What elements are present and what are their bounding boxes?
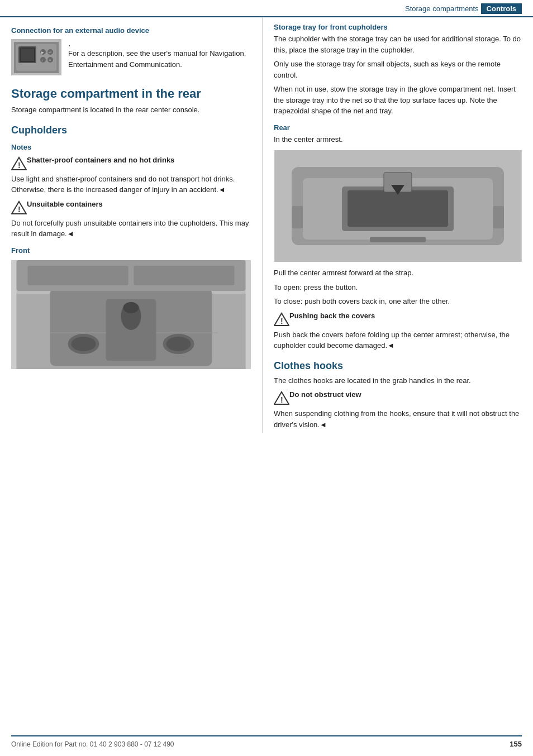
svg-text:✦: ✦ [49,59,51,62]
svg-rect-39 [292,206,303,228]
storage-tray-para2: Only use the storage tray for small obje… [274,59,522,80]
clothes-hooks-section: Clothes hooks The clothes hooks are loca… [274,360,522,430]
svg-text:!: ! [18,161,21,170]
rear-close: To close: push both covers back in, one … [274,296,522,307]
main-content: Connection for an external audio device [0,17,533,433]
storage-tray-para3: When not in use, stow the storage tray i… [274,84,522,117]
rear-body: In the center armrest. [274,134,522,145]
clothes-warning-body: When suspending clothing from the hooks,… [274,408,522,430]
clothes-hooks-title: Clothes hooks [274,360,522,372]
connection-dot: . [68,39,251,48]
clothes-warning-title: Do not obstruct view [289,390,361,399]
warning2-body: Do not forcefully push unsuitable contai… [11,218,251,240]
warning2-text: Unsuitable containers [27,200,103,208]
warning1-box: ! Shatter-proof containers and no hot dr… [11,156,251,171]
svg-text:⏎: ⏎ [49,51,51,54]
warning1-text: Shatter-proof containers and no hot drin… [27,156,174,164]
storage-body: Storage compartment is located in the re… [11,104,251,116]
front-title: Front [11,246,251,255]
svg-text:!: ! [280,395,283,404]
svg-rect-36 [348,190,448,227]
clothes-warning-box: ! Do not obstruct view [274,390,522,406]
footer-text: Online Edition for Part no. 01 40 2 903 … [11,740,174,748]
connection-svg: ▶ ⏎ ♪ ✦ [14,42,59,73]
clothes-hooks-body: The clothes hooks are located in the gra… [274,375,522,386]
svg-text:▶: ▶ [41,51,44,54]
right-column: Storage tray for front cupholders The cu… [263,17,522,433]
warning2-arrow: ◄ [67,229,74,238]
breadcrumb-section: Storage compartments [405,4,479,13]
warning2-icon: ! [11,200,27,216]
front-image [11,260,251,369]
warning1-icon: ! [11,156,27,171]
breadcrumb-active: Controls [481,3,522,14]
svg-point-26 [166,337,191,351]
footer-page: 155 [510,740,522,748]
footer: Online Edition for Part no. 01 40 2 903 … [11,735,522,748]
storage-title: Storage compartment in the rear [11,87,251,101]
clothes-warning-arrow: ◄ [320,420,327,429]
cupholders-section: Cupholders Notes ! Shatter-proof contain… [11,125,251,369]
rear-warning-box: ! Pushing back the covers [274,312,522,327]
svg-rect-4 [21,49,34,61]
connection-text-block: . For a description, see the user's manu… [68,39,251,70]
svg-rect-41 [370,237,426,242]
rear-section: Rear In the center armrest. [274,123,522,351]
storage-tray-section: Storage tray for front cupholders The cu… [274,23,522,117]
storage-tray-para1: The cupholder with the storage tray can … [274,34,522,55]
warning1-title: Shatter-proof containers and no hot drin… [27,156,174,164]
clothes-warning-text: Do not obstruct view [289,390,361,399]
warning1-body: Use light and shatter-proof containers a… [11,174,251,195]
svg-text:♪: ♪ [41,59,43,62]
svg-text:!: ! [18,205,21,214]
connection-section: Connection for an external audio device [11,26,251,75]
rear-open: To open: press the button. [274,282,522,293]
rear-warning-title: Pushing back the covers [289,312,375,320]
cupholders-title: Cupholders [11,125,251,136]
svg-rect-30 [28,266,129,285]
svg-point-22 [123,302,139,313]
page-header: Storage compartments Controls [0,0,533,17]
rear-warning-body: Push back the covers before folding up t… [274,329,522,351]
rear-image [274,150,522,262]
rear-pull: Pull the center armrest forward at the s… [274,267,522,279]
front-image-svg [11,260,251,369]
connection-image: ▶ ⏎ ♪ ✦ [11,39,61,75]
warning1-arrow: ◄ [218,185,226,194]
svg-rect-40 [493,206,504,228]
storage-section: Storage compartment in the rear Storage … [11,87,251,116]
warning2-box: ! Unsuitable containers [11,200,251,216]
connection-description: For a description, see the user's manual… [68,48,251,70]
connection-title: Connection for an external audio device [11,26,251,35]
clothes-warning-icon: ! [274,390,289,406]
rear-warning-arrow: ◄ [387,341,394,350]
rear-warning-text: Pushing back the covers [289,312,375,320]
rear-warning-icon: ! [274,312,289,327]
connection-box: ▶ ⏎ ♪ ✦ . For a description, see the use… [11,39,251,75]
left-column: Connection for an external audio device [11,17,263,433]
storage-tray-title: Storage tray for front cupholders [274,23,522,31]
rear-title: Rear [274,123,522,132]
warning2-title: Unsuitable containers [27,200,103,208]
rear-image-svg [274,150,522,262]
breadcrumb: Storage compartments Controls [405,3,522,14]
notes-title: Notes [11,143,251,151]
svg-text:!: ! [280,317,283,326]
svg-point-24 [72,337,96,351]
svg-rect-31 [134,266,235,285]
